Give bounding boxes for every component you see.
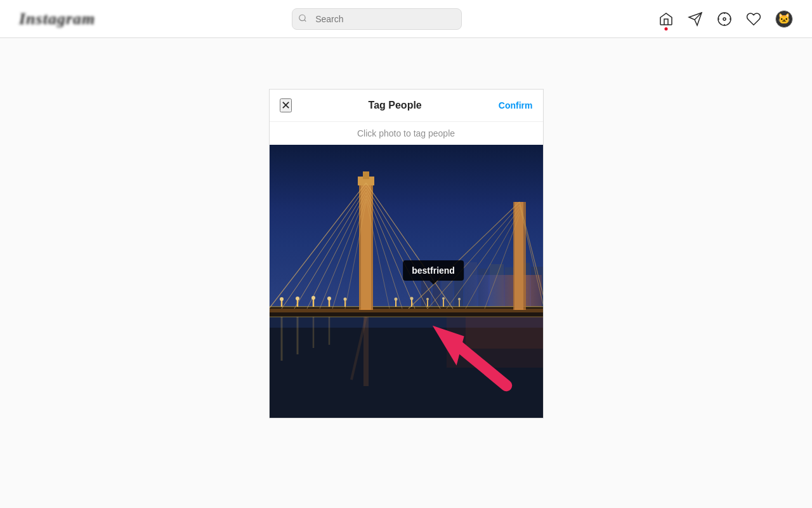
confirm-button[interactable]: Confirm <box>499 100 533 110</box>
svg-line-34 <box>366 186 440 309</box>
avatar-nav-button[interactable]: 🐱 <box>775 10 793 28</box>
bridge-image: bestfriend <box>270 145 543 418</box>
svg-point-51 <box>311 296 315 300</box>
svg-line-35 <box>366 189 428 309</box>
svg-rect-16 <box>466 275 542 310</box>
tag-panel-title: Tag People <box>369 100 422 111</box>
tag-people-panel: ✕ Tag People Confirm Click photo to tag … <box>269 89 544 418</box>
svg-point-65 <box>458 298 461 300</box>
svg-point-57 <box>394 298 397 301</box>
send-nav-button[interactable] <box>688 11 703 27</box>
svg-point-53 <box>327 297 331 300</box>
svg-line-27 <box>282 186 366 309</box>
bridge-svg <box>270 145 543 418</box>
svg-rect-23 <box>363 171 369 179</box>
home-nav-button[interactable] <box>658 11 674 27</box>
svg-point-49 <box>296 297 299 300</box>
svg-point-55 <box>343 298 346 301</box>
svg-line-1 <box>304 20 306 22</box>
search-icon <box>298 13 307 24</box>
tag-panel-header: ✕ Tag People Confirm <box>270 90 543 122</box>
svg-point-63 <box>442 297 445 300</box>
home-dot-indicator <box>664 27 667 30</box>
svg-point-61 <box>426 298 429 300</box>
svg-rect-74 <box>466 317 543 349</box>
svg-point-59 <box>410 297 413 300</box>
nav-icons: 🐱 <box>658 10 793 28</box>
photo-container[interactable]: bestfriend <box>270 145 543 418</box>
logo: Instagram <box>19 10 95 29</box>
header: Instagram <box>0 0 812 38</box>
tag-label: bestfriend <box>403 260 464 281</box>
svg-point-0 <box>299 15 305 20</box>
svg-point-47 <box>280 297 284 301</box>
close-button[interactable]: ✕ <box>280 98 292 112</box>
notifications-nav-button[interactable] <box>746 11 761 27</box>
search-wrapper <box>292 8 462 30</box>
svg-rect-66 <box>270 309 543 312</box>
explore-nav-button[interactable] <box>717 11 732 27</box>
main-content: ✕ Tag People Confirm Click photo to tag … <box>0 38 812 508</box>
search-input[interactable] <box>292 8 462 30</box>
svg-point-3 <box>723 18 726 20</box>
svg-line-29 <box>307 192 366 309</box>
avatar: 🐱 <box>775 10 793 28</box>
svg-line-36 <box>366 192 415 309</box>
svg-point-2 <box>718 13 731 25</box>
svg-line-28 <box>294 189 366 309</box>
svg-line-33 <box>366 183 453 309</box>
tag-subtitle: Click photo to tag people <box>270 122 543 145</box>
